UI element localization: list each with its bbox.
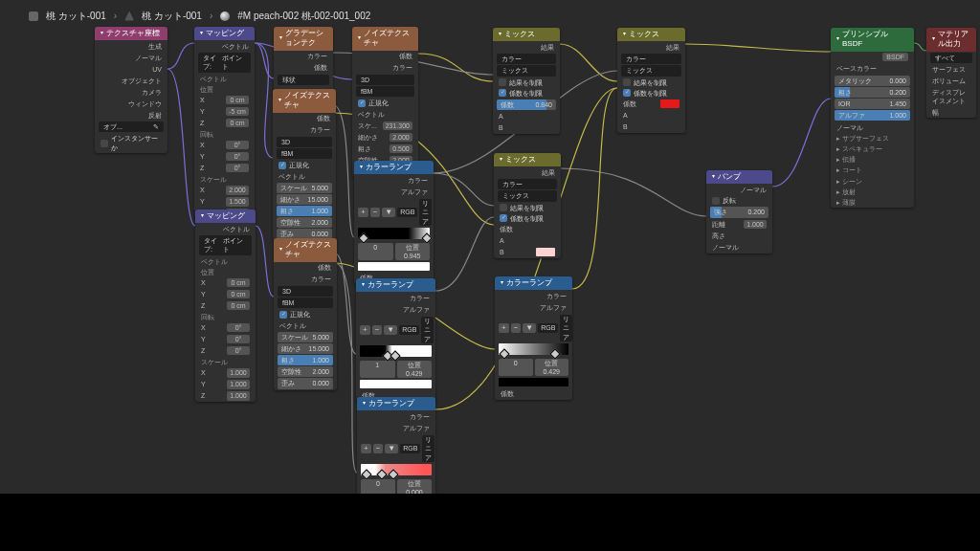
clamp-factor[interactable]: ✓係数を制限 (494, 213, 561, 224)
clamp-factor[interactable]: ✓係数を制限 (617, 88, 685, 99)
out-vector[interactable]: ベクトル (195, 223, 256, 234)
metallic[interactable]: メタリック0.000 (835, 76, 910, 86)
lacunarity[interactable]: 空隙性2.000 (277, 217, 332, 228)
node-mix-2[interactable]: ▾ミックス 結果 カラー ミックス 結果を制限 ✓係数を制限 係数 A B (494, 153, 561, 258)
out-object[interactable]: オブジェクト (95, 75, 167, 86)
out-alpha[interactable]: アルファ (356, 303, 435, 315)
ramp-swatch[interactable] (360, 380, 432, 388)
in-volume[interactable]: ボリューム (926, 76, 976, 87)
gradient-type[interactable]: 球状 (278, 75, 329, 85)
sec-subsurface[interactable]: ▸ サブサーフェス (831, 133, 914, 143)
data-type[interactable]: カラー (497, 54, 556, 64)
node-material-output[interactable]: ▾マテリアル出力 すべて サーフェス ボリューム ディスプレイスメント 幅 (926, 28, 976, 118)
scale-x[interactable]: X2.000 (194, 185, 255, 196)
out-normal[interactable]: ノーマル (706, 184, 772, 195)
clamp-factor[interactable]: ✓係数を制限 (493, 88, 560, 99)
rot-x[interactable]: X0° (195, 322, 256, 334)
data-type[interactable]: カラー (498, 179, 557, 189)
out-generated[interactable]: 生成 (95, 40, 167, 52)
node-header[interactable]: ▾カラーランプ (354, 161, 434, 174)
blend-mode[interactable]: ミックス (497, 65, 556, 76)
node-header[interactable]: ▾テクスチャ座標 (95, 27, 167, 40)
out-fac[interactable]: 係数 (274, 262, 337, 274)
in-b[interactable]: B (617, 121, 685, 133)
normalize-check[interactable]: ✓正規化 (274, 309, 337, 320)
rough[interactable]: 粗さ0.500 (352, 143, 418, 154)
dim-drop[interactable]: 3D (356, 75, 414, 85)
roughness[interactable]: 粗さ0.200 (835, 87, 910, 98)
in-b[interactable]: B (494, 247, 561, 258)
node-header[interactable]: ▾ミックス (494, 153, 561, 166)
node-header[interactable]: ▾ノイズテクスチャ (352, 27, 418, 51)
detail[interactable]: 細かさ15.000 (278, 343, 333, 354)
in-a[interactable]: A (494, 235, 561, 247)
dim-drop[interactable]: 3D (278, 286, 333, 297)
sec-transmission[interactable]: ▸ 伝播 (831, 154, 914, 165)
node-header[interactable]: ▾カラーランプ (357, 397, 435, 410)
ior[interactable]: IOR1.450 (835, 99, 910, 109)
ramp-ops[interactable]: +−▼RGBリニア (360, 317, 432, 342)
node-mapping-1[interactable]: ▾マッピング ベクトル タイプ:ポイント ベクトル 位置 X0 cm Y-5 c… (194, 27, 255, 219)
base-color[interactable]: ベースカラー (831, 63, 914, 75)
blend-mode[interactable]: ミックス (498, 190, 557, 201)
fbm-drop[interactable]: fBM (277, 148, 332, 159)
ramp-swatch[interactable] (499, 378, 568, 386)
clamp-result[interactable]: 結果を制限 (494, 203, 561, 213)
node-header[interactable]: ▾プリンシプルBSDF (831, 28, 914, 52)
in-b[interactable]: B (493, 122, 560, 134)
node-header[interactable]: ▾バンプ (706, 170, 772, 184)
factor-slider[interactable]: 係数0.840 (497, 99, 556, 110)
node-header[interactable]: ▾マッピング (195, 209, 256, 223)
node-header[interactable]: ▾カラーランプ (495, 276, 572, 290)
fbm-drop[interactable]: fBM (356, 86, 414, 97)
rot-z[interactable]: Z0° (194, 163, 255, 174)
fbm-drop[interactable]: fBM (278, 298, 333, 308)
out-color[interactable]: カラー (352, 62, 418, 74)
in-fac[interactable]: 係数 (617, 99, 685, 110)
sec-specular[interactable]: ▸ スペキュラー (831, 143, 914, 154)
scale-y[interactable]: Y1.000 (195, 379, 256, 390)
scale-x[interactable]: X1.000 (195, 367, 256, 379)
rough[interactable]: 粗さ1.000 (278, 355, 333, 365)
out-fac[interactable]: 係数 (274, 62, 333, 74)
distortion[interactable]: 歪み0.000 (278, 378, 333, 388)
in-vector[interactable]: ベクトル (274, 320, 337, 331)
node-principled-bsdf[interactable]: ▾プリンシプルBSDF BSDF ベースカラー メタリック0.000 粗さ0.2… (831, 28, 914, 208)
normalize-check[interactable]: ✓正規化 (352, 98, 418, 108)
node-texture-coordinate[interactable]: ▾テクスチャ座標 生成 ノーマル UV オブジェクト カメラ ウィンドウ 反射 … (95, 27, 167, 153)
node-header[interactable]: ▾マッピング (194, 27, 255, 40)
in-surface[interactable]: サーフェス (926, 64, 976, 76)
type-drop[interactable]: タイプ:ポイント (198, 53, 251, 72)
strength[interactable]: 強さ0.200 (710, 207, 768, 217)
out-color[interactable]: カラー (356, 292, 435, 303)
rot-y[interactable]: Y0° (194, 151, 255, 163)
out-bsdf[interactable]: BSDF (831, 52, 914, 63)
scale-z[interactable]: Z1.000 (195, 390, 256, 402)
loc-z[interactable]: Z0 cm (194, 118, 255, 129)
ramp-bar[interactable] (360, 345, 432, 357)
out-alpha[interactable]: アルファ (354, 186, 434, 197)
ramp-bar[interactable] (361, 464, 432, 475)
node-header[interactable]: ▾カラーランプ (356, 278, 435, 292)
node-noise-1[interactable]: ▾ノイズテクスチャ 係数 カラー 3D fBM ✓正規化 ベクトル スケ...2… (352, 27, 418, 177)
ramp-bar[interactable] (499, 343, 568, 355)
detail[interactable]: 細かさ15.000 (277, 194, 332, 205)
breadcrumb-a[interactable]: 桃 カット-001 (46, 10, 106, 22)
object-picker[interactable]: オブ...✎ (99, 121, 164, 132)
ramp-ops[interactable]: +−▼RGBリニア (358, 199, 430, 225)
in-a[interactable]: A (617, 110, 685, 121)
rot-x[interactable]: X0° (194, 140, 255, 151)
in-normal[interactable]: ノーマル (831, 121, 914, 133)
out-reflection[interactable]: 反射 (95, 109, 167, 121)
rot-y[interactable]: Y0° (195, 334, 256, 345)
out-result[interactable]: 結果 (493, 41, 560, 53)
out-color[interactable]: カラー (274, 51, 333, 62)
node-noise-3[interactable]: ▾ノイズテクスチャ 係数 カラー 3D fBM ✓正規化 ベクトル スケール5.… (274, 238, 337, 390)
dim-drop[interactable]: 3D (277, 137, 332, 147)
rough[interactable]: 粗さ1.000 (277, 206, 332, 216)
ramp-swatch[interactable] (358, 262, 430, 271)
in-vector[interactable]: ベクトル (273, 170, 336, 182)
out-fac[interactable]: 係数 (273, 113, 336, 124)
from-instancer-check[interactable]: インスタンサーか (95, 133, 167, 152)
loc-y[interactable]: Y0 cm (195, 289, 256, 300)
